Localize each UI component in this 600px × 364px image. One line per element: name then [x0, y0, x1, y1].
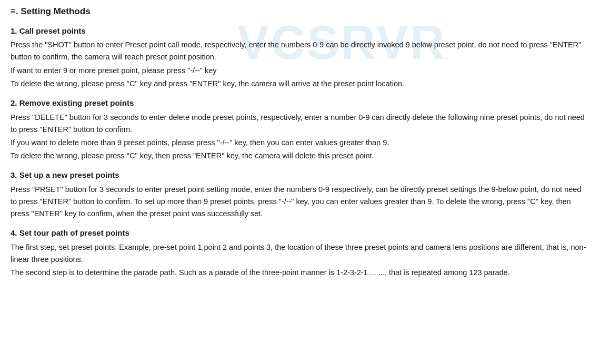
paragraph: To delete the wrong, please press "C" ke…	[11, 78, 589, 90]
section-1-title: 1. Call preset points	[11, 25, 589, 37]
page-content: ≡. Setting Methods 1. Call preset points…	[11, 5, 589, 279]
section-1-body: Press the "SHOT" button to enter Preset …	[11, 39, 589, 90]
paragraph: Press "DELETE" button for 3 seconds to e…	[11, 112, 589, 136]
main-title: ≡. Setting Methods	[11, 5, 589, 18]
sections-container: 1. Call preset pointsPress the "SHOT" bu…	[11, 25, 589, 279]
section-2: 2. Remove existing preset pointsPress "D…	[11, 97, 589, 162]
paragraph: To delete the wrong, please press "C" ke…	[11, 150, 589, 162]
paragraph: If want to enter 9 or more preset point,…	[11, 65, 589, 77]
paragraph: The second step is to determine the para…	[11, 267, 589, 279]
section-1: 1. Call preset pointsPress the "SHOT" bu…	[11, 25, 589, 90]
paragraph: The first step, set preset points. Examp…	[11, 241, 589, 266]
paragraph: Press "PRSET" button for 3 seconds to en…	[11, 184, 589, 220]
section-4: 4. Set tour path of preset pointsThe fir…	[11, 227, 589, 279]
section-2-title: 2. Remove existing preset points	[11, 97, 589, 109]
paragraph: Press the "SHOT" button to enter Preset …	[11, 39, 589, 63]
section-4-body: The first step, set preset points. Examp…	[11, 241, 589, 279]
paragraph: If you want to delete more than 9 preset…	[11, 137, 589, 149]
section-3-title: 3. Set up a new preset points	[11, 169, 589, 181]
section-3-body: Press "PRSET" button for 3 seconds to en…	[11, 184, 589, 220]
section-2-body: Press "DELETE" button for 3 seconds to e…	[11, 112, 589, 163]
section-3: 3. Set up a new preset pointsPress "PRSE…	[11, 169, 589, 220]
section-4-title: 4. Set tour path of preset points	[11, 227, 589, 239]
